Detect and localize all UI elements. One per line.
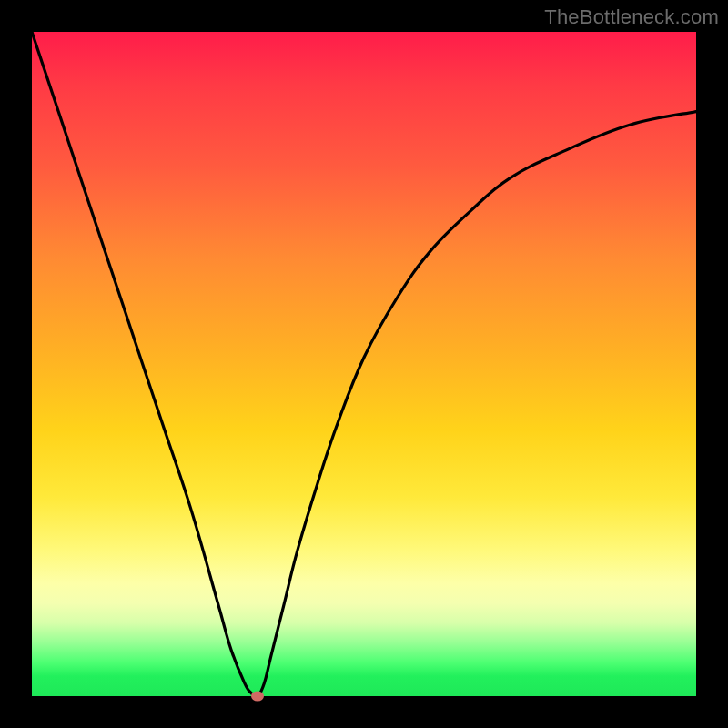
plot-area <box>32 32 696 696</box>
chart-frame: TheBottleneck.com <box>0 0 728 728</box>
minimum-marker-dot <box>251 692 264 702</box>
bottleneck-curve <box>32 32 696 696</box>
watermark-text: TheBottleneck.com <box>544 5 719 29</box>
